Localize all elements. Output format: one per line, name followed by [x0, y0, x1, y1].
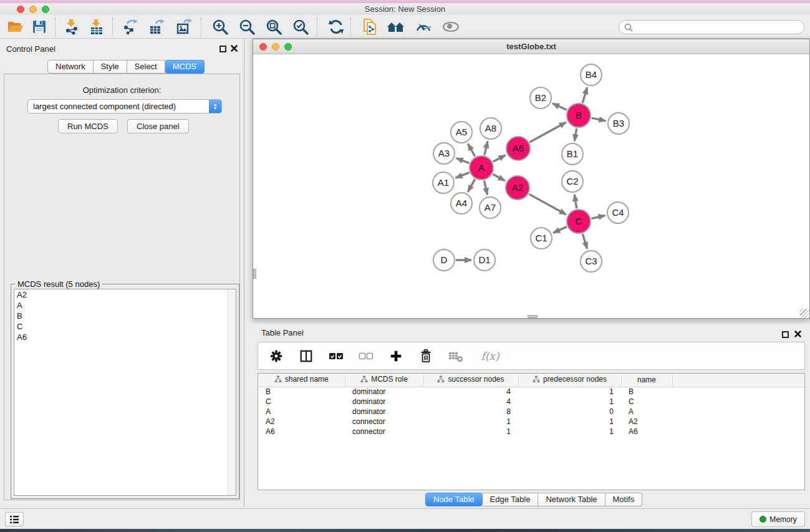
zoom-in-button[interactable] [210, 17, 231, 37]
graph-edge-A-A3[interactable] [456, 158, 470, 163]
open-session-button[interactable] [5, 17, 26, 37]
table-cell[interactable]: dominator [345, 397, 423, 407]
table-settings-button[interactable] [267, 347, 286, 365]
table-cell[interactable]: A [258, 407, 345, 417]
graph-edge-C-C2[interactable] [574, 195, 577, 209]
table-cell[interactable]: B [258, 387, 345, 397]
memory-button[interactable]: Memory [751, 511, 805, 527]
graph-edge-A2-C[interactable] [529, 194, 566, 215]
table-cell[interactable]: A2 [621, 417, 672, 427]
mcds-result-list[interactable]: A2ABCA6 [14, 289, 236, 496]
tab-style[interactable]: Style [94, 60, 127, 74]
tab-edge-table[interactable]: Edge Table [483, 493, 539, 506]
float-panel-icon[interactable] [219, 46, 226, 52]
import-network-button[interactable] [61, 17, 82, 37]
table-cell[interactable]: 1 [518, 397, 621, 407]
first-neighbors-button[interactable] [385, 17, 407, 37]
graph-edge-A-A1[interactable] [456, 173, 470, 178]
graph-edge-C-C1[interactable] [553, 227, 567, 233]
table-cell[interactable]: C [621, 397, 672, 407]
table-row[interactable]: A6connector11A6 [258, 427, 804, 437]
search-field[interactable] [619, 20, 804, 34]
network-left-splitter-handle[interactable] [253, 269, 256, 279]
refresh-button[interactable] [325, 17, 347, 37]
graph-edge-B-B1[interactable] [574, 128, 576, 142]
show-log-button[interactable] [5, 512, 24, 526]
import-table-button[interactable] [86, 17, 107, 37]
minimize-window-button[interactable] [29, 6, 37, 13]
show-columns-button[interactable] [297, 347, 316, 365]
graph-edge-A-A2[interactable] [493, 174, 504, 181]
network-bottom-splitter-handle[interactable] [528, 315, 538, 318]
table-cell[interactable]: 8 [423, 407, 518, 417]
select-all-button[interactable] [327, 347, 345, 365]
network-close-button[interactable] [259, 43, 267, 51]
hide-details-button[interactable] [413, 17, 434, 37]
table-cell[interactable]: connector [345, 427, 423, 437]
graph-edge-A-A7[interactable] [484, 181, 487, 195]
export-image-button[interactable] [173, 17, 195, 37]
graph-edge-A6-B[interactable] [529, 122, 566, 142]
window-resize-grip[interactable] [800, 309, 809, 317]
table-cell[interactable]: A6 [258, 427, 345, 437]
close-table-panel-icon[interactable] [794, 330, 802, 338]
close-panel-icon[interactable] [230, 44, 238, 52]
close-panel-button[interactable]: Close panel [127, 119, 189, 133]
add-row-button[interactable] [387, 347, 405, 365]
tab-node-table[interactable]: Node Table [425, 493, 483, 506]
close-window-button[interactable] [17, 6, 24, 13]
graph-edge-A-A8[interactable] [485, 141, 488, 155]
delete-row-button[interactable] [417, 347, 435, 365]
table-cell[interactable]: 1 [518, 387, 621, 397]
table-cell[interactable]: 0 [518, 407, 621, 417]
show-details-button[interactable] [440, 17, 461, 37]
mcds-list-scrollbar[interactable] [228, 289, 236, 495]
graph-edge-B-B4[interactable] [582, 87, 587, 103]
mcds-result-item[interactable]: B [14, 311, 236, 321]
mcds-result-item[interactable]: A6 [14, 332, 236, 342]
table-cell[interactable]: A2 [258, 417, 345, 427]
table-cell[interactable]: A6 [621, 427, 672, 437]
graph-edge-B-B3[interactable] [592, 118, 606, 121]
save-session-button[interactable] [29, 17, 50, 37]
network-minimize-button[interactable] [272, 43, 279, 51]
column-header-name[interactable]: name [621, 374, 672, 387]
network-window-titlebar[interactable]: testGlobe.txt [253, 39, 809, 54]
float-table-panel-icon[interactable] [782, 331, 789, 338]
table-cell[interactable]: 1 [423, 427, 518, 437]
table-row[interactable]: Adominator80A [258, 407, 804, 417]
tab-motifs[interactable]: Motifs [605, 493, 643, 506]
tab-select[interactable]: Select [127, 60, 165, 74]
table-cell[interactable]: 4 [423, 397, 518, 407]
table-row[interactable]: Cdominator41C [258, 397, 804, 407]
search-input[interactable] [633, 23, 789, 32]
mcds-result-item[interactable]: A2 [14, 289, 236, 300]
tab-mcds[interactable]: MCDS [165, 60, 205, 74]
zoom-out-button[interactable] [236, 17, 258, 37]
maximize-window-button[interactable] [42, 6, 49, 13]
zoom-selected-button[interactable] [290, 17, 311, 37]
table-cell[interactable]: dominator [345, 387, 423, 397]
export-network-button[interactable] [120, 17, 141, 37]
network-maximize-button[interactable] [284, 43, 292, 51]
column-header-predecessor-nodes[interactable]: predecessor nodes [518, 374, 621, 387]
graph-edge-A-A5[interactable] [468, 143, 475, 156]
network-canvas[interactable]: B4B2BB3A5A8A6B1A3AC2A1A2A4A7C4CC1C3DD1 [253, 54, 809, 318]
table-cell[interactable]: dominator [345, 407, 423, 417]
table-cell[interactable]: 1 [518, 417, 621, 427]
table-cell[interactable]: A [621, 407, 672, 417]
graph-edge-C-C4[interactable] [591, 216, 605, 219]
table-cell[interactable]: B [621, 387, 672, 397]
export-table-button[interactable] [146, 17, 167, 37]
optimization-criterion-dropdown[interactable]: largest connected component (directed) ▲… [27, 99, 222, 114]
column-header-mcds-role[interactable]: MCDS role [345, 374, 423, 387]
table-cell[interactable]: 1 [518, 427, 621, 437]
table-row[interactable]: Bdominator41B [258, 387, 804, 397]
new-network-from-selection-button[interactable] [359, 17, 380, 37]
tab-network[interactable]: Network [47, 60, 94, 74]
table-row[interactable]: A2connector11A2 [258, 417, 804, 427]
table-cell[interactable]: 1 [423, 417, 518, 427]
delete-table-button[interactable] [446, 347, 465, 365]
mcds-result-item[interactable]: C [14, 321, 236, 332]
graph-edge-A-A4[interactable] [468, 179, 475, 191]
